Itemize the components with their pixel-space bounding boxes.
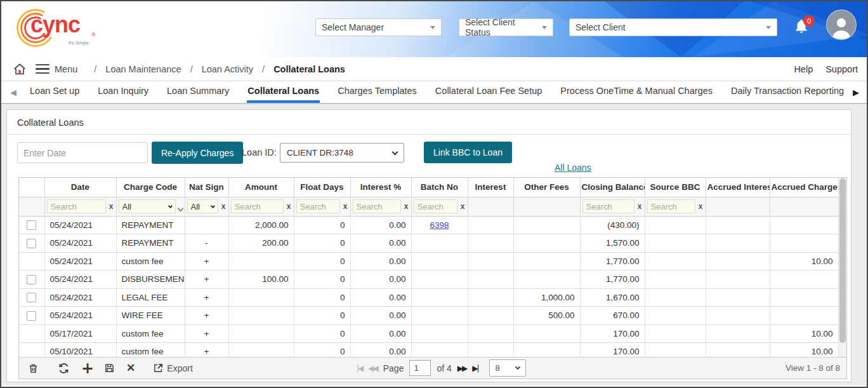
row-checkbox[interactable]	[27, 239, 36, 248]
menu-label[interactable]: Menu	[55, 64, 77, 74]
filter-select[interactable]: All	[187, 199, 218, 213]
page-size-dropdown[interactable]: 8	[489, 359, 526, 377]
vertical-scrollbar[interactable]	[838, 178, 846, 357]
column-header[interactable]: Closing Balance	[580, 178, 645, 197]
table-cell	[706, 324, 770, 343]
row-checkbox[interactable]	[27, 275, 36, 284]
column-header[interactable]: Accrued Interest	[706, 178, 770, 197]
table-cell: +	[185, 252, 228, 271]
link-bbc-to-loan-button[interactable]: Link BBC to Loan	[424, 142, 512, 163]
table-cell: REPAYMENT	[116, 234, 185, 253]
chevron-down-icon[interactable]	[177, 206, 183, 212]
batch-no-link[interactable]: 6398	[430, 220, 449, 230]
user-avatar[interactable]	[826, 10, 857, 40]
tab-collateral-loans[interactable]: Collateral Loans	[247, 81, 320, 103]
column-header[interactable]: Interest %	[350, 178, 411, 197]
filter-clear-icon[interactable]: x	[637, 202, 643, 211]
filter-clear-icon[interactable]: x	[109, 202, 114, 211]
tab-loan-set-up[interactable]: Loan Set up	[29, 81, 80, 103]
filter-clear-icon[interactable]: x	[698, 202, 704, 211]
first-page-button[interactable]: |◀	[357, 364, 362, 373]
row-checkbox[interactable]	[27, 293, 36, 302]
column-header[interactable]: Source BBC	[645, 178, 706, 197]
tab-process-onetime-manual-charges[interactable]: Process OneTime & Manual Charges	[560, 81, 713, 103]
filter-search-input[interactable]	[296, 199, 340, 213]
column-header[interactable]: Accrued Charges	[770, 178, 838, 197]
table-cell: 10.00	[770, 252, 838, 271]
table-cell: 1,770.00	[580, 271, 645, 289]
table-cell	[706, 307, 770, 325]
loan-id-dropdown[interactable]: CLIENT DR:3748	[280, 143, 404, 163]
loan-id-value: CLIENT DR:3748	[287, 148, 353, 157]
home-button[interactable]	[13, 62, 27, 76]
breadcrumb-item[interactable]: Loan Activity	[202, 64, 253, 74]
cync-logo[interactable]: cync ® It's Simple	[16, 8, 99, 50]
table-cell	[513, 252, 580, 271]
column-header[interactable]: Batch No	[411, 178, 468, 197]
column-header[interactable]: Date	[44, 178, 116, 197]
hamburger-menu-icon[interactable]	[36, 64, 49, 74]
filter-search-input[interactable]	[353, 199, 401, 213]
select-client-dropdown[interactable]: Select Client	[569, 18, 777, 36]
tab-scroll-left-icon[interactable]: ◀	[6, 88, 20, 97]
filter-clear-icon[interactable]: x	[404, 202, 409, 211]
tab-loan-summary[interactable]: Loan Summary	[166, 81, 230, 103]
breadcrumb: /Loan Maintenance/Loan Activity/Collater…	[94, 64, 345, 74]
page-number-input[interactable]	[409, 360, 431, 376]
breadcrumb-item[interactable]: Loan Maintenance	[105, 64, 181, 74]
filter-search-input[interactable]	[647, 199, 695, 213]
next-page-button[interactable]: ▶▶	[457, 364, 466, 373]
table-cell: 0	[294, 234, 350, 253]
tab-loan-inquiry[interactable]: Loan Inquiry	[97, 81, 149, 103]
column-header[interactable]: Other Fees	[513, 178, 580, 197]
export-button[interactable]: Export	[153, 363, 192, 373]
table-cell: 0	[294, 288, 350, 307]
filter-search-input[interactable]	[414, 199, 457, 213]
support-link[interactable]: Support	[825, 64, 858, 74]
filter-search-input[interactable]	[582, 199, 635, 213]
filter-clear-icon[interactable]: x	[221, 202, 227, 211]
add-row-button[interactable]: +	[81, 361, 94, 376]
table-cell	[228, 288, 294, 307]
tab-collateral-loan-fee-setup[interactable]: Collateral Loan Fee Setup	[435, 81, 542, 103]
reapply-charges-button[interactable]: Re-Apply Charges	[152, 142, 243, 164]
row-checkbox[interactable]	[27, 311, 36, 321]
table-cell	[770, 271, 838, 289]
select-manager-dropdown[interactable]: Select Manager	[315, 18, 442, 36]
delete-row-button[interactable]	[28, 363, 39, 374]
column-header[interactable]: Amount	[228, 178, 294, 197]
refresh-button[interactable]	[58, 363, 70, 374]
filter-clear-icon[interactable]: x	[343, 202, 348, 211]
filter-select[interactable]: All	[119, 199, 176, 213]
table-cell	[770, 288, 838, 307]
row-checkbox[interactable]	[27, 220, 36, 230]
page-size-value: 8	[496, 363, 500, 373]
notifications-button[interactable]: 0	[793, 17, 817, 42]
column-header[interactable]: Interest	[468, 178, 513, 197]
filter-clear-icon[interactable]: x	[460, 202, 466, 211]
column-header[interactable]: Float Days	[294, 178, 350, 197]
select-client-status-dropdown[interactable]: Select Client Status	[459, 18, 553, 36]
scrollbar-thumb[interactable]	[839, 178, 846, 343]
column-header[interactable]: Charge Code	[116, 178, 185, 197]
tab-scroll-right-icon[interactable]: ▶	[849, 88, 863, 97]
table-cell: +	[185, 307, 228, 325]
cancel-button[interactable]: ✕	[126, 361, 135, 375]
filter-search-input[interactable]	[231, 199, 284, 213]
filter-search-input[interactable]	[47, 199, 106, 213]
tab-daily-transaction-reporting[interactable]: Daily Transaction Reporting	[730, 81, 845, 103]
breadcrumb-item[interactable]: Collateral Loans	[273, 64, 345, 74]
filter-clear-icon[interactable]: x	[286, 202, 292, 211]
save-button[interactable]	[104, 363, 115, 373]
help-link[interactable]: Help	[794, 64, 813, 74]
enter-date-input[interactable]	[17, 142, 148, 163]
grid-table: DateCharge CodeNat SignAmountFloat DaysI…	[19, 178, 839, 361]
prev-page-button[interactable]: ◀◀	[368, 364, 377, 373]
table-cell: custom fee	[116, 252, 185, 271]
pagination: |◀ ◀◀ Page of 4 ▶▶ ▶| 8	[357, 359, 526, 377]
all-loans-link[interactable]: All Loans	[555, 163, 591, 173]
tab-charges-templates[interactable]: Charges Templates	[337, 81, 418, 103]
last-page-button[interactable]: ▶|	[472, 364, 478, 373]
table-cell	[645, 252, 706, 271]
column-header[interactable]: Nat Sign	[185, 178, 228, 197]
